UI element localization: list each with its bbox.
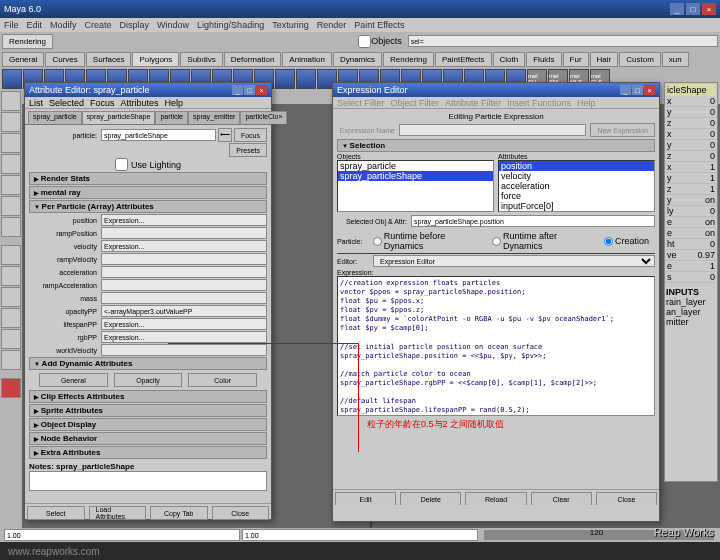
list-item[interactable]: acceleration	[499, 181, 654, 191]
channel-attr[interactable]: z	[667, 118, 672, 128]
tool-lasso[interactable]	[1, 112, 21, 132]
pp-field[interactable]: Expression...	[101, 331, 267, 343]
layout-two-h[interactable]	[1, 287, 21, 307]
tool-select[interactable]	[1, 91, 21, 111]
layout-four[interactable]	[1, 266, 21, 286]
channel-val[interactable]: 1	[710, 162, 715, 172]
channel-attr[interactable]: x	[667, 162, 672, 172]
menu-file[interactable]: File	[4, 20, 19, 30]
list-item[interactable]: velocity	[499, 171, 654, 181]
tool-manip[interactable]	[1, 196, 21, 216]
attr-menu-help[interactable]: Help	[165, 98, 184, 108]
attr-menu-selected[interactable]: Selected	[49, 98, 84, 108]
expr-delete-button[interactable]: Delete	[400, 492, 461, 505]
attr-menu-list[interactable]: List	[29, 98, 43, 108]
expr-close-icon[interactable]: ×	[644, 85, 655, 95]
objects-list[interactable]: spray_particle spray_particleShape	[337, 160, 494, 212]
menu-create[interactable]: Create	[85, 20, 112, 30]
objects-checkbox[interactable]	[358, 35, 371, 48]
expr-edit-button[interactable]: Edit	[335, 492, 396, 505]
shelf-deformation[interactable]: Deformation	[224, 52, 282, 67]
menu-edit[interactable]: Edit	[27, 20, 43, 30]
particle-name-field[interactable]: spray_particleShape	[101, 129, 216, 141]
channel-attr[interactable]: ly	[667, 206, 674, 216]
channel-box[interactable]: icleShape x0y0z0x0y0z0x1y1z1yonly0eoneon…	[664, 82, 718, 482]
expr-menu-insertfn[interactable]: Insert Functions	[507, 98, 571, 108]
shelf-fluids[interactable]: Fluids	[526, 52, 561, 67]
shelf-surfaces[interactable]: Surfaces	[86, 52, 132, 67]
tab-particle[interactable]: particle	[155, 111, 188, 124]
add-general-button[interactable]: General	[39, 373, 108, 387]
pp-field[interactable]	[101, 292, 267, 304]
attr-min-icon[interactable]: _	[232, 85, 243, 95]
list-item[interactable]: force	[499, 191, 654, 201]
channel-attr[interactable]: z	[667, 184, 672, 194]
pp-field[interactable]: <-arrayMapper3.outValuePP	[101, 305, 267, 317]
channel-val[interactable]: on	[705, 228, 715, 238]
shelf-cloth[interactable]: Cloth	[493, 52, 526, 67]
shelf-general[interactable]: General	[2, 52, 44, 67]
radio-runtime-before[interactable]: Runtime before Dynamics	[373, 231, 486, 251]
section-clip-fx[interactable]: Clip Effects Attributes	[29, 390, 267, 403]
channel-val[interactable]: on	[705, 195, 715, 205]
shelf-paintfx[interactable]: PaintEffects	[435, 52, 492, 67]
shelf-dynamics[interactable]: Dynamics	[333, 52, 382, 67]
shelf-rendering[interactable]: Rendering	[383, 52, 434, 67]
channel-attr[interactable]: ht	[667, 239, 675, 249]
expression-textarea[interactable]: //creation expression floats particles v…	[337, 276, 655, 416]
focus-button[interactable]: Focus	[234, 128, 267, 142]
pp-field[interactable]: Expression...	[101, 240, 267, 252]
expr-menu-selfilter[interactable]: Select Filter	[337, 98, 385, 108]
pp-field[interactable]	[101, 279, 267, 291]
add-opacity-button[interactable]: Opacity	[114, 373, 183, 387]
attributes-list[interactable]: position velocity acceleration force inp…	[498, 160, 655, 212]
tool-last[interactable]	[1, 217, 21, 237]
close-icon[interactable]: ×	[702, 3, 716, 15]
notes-field[interactable]	[29, 471, 267, 491]
channel-val[interactable]: 0	[710, 129, 715, 139]
channel-input[interactable]: rain_layer	[666, 297, 716, 307]
layout-single[interactable]	[1, 245, 21, 265]
pp-field[interactable]	[101, 344, 267, 356]
expr-max-icon[interactable]: □	[632, 85, 643, 95]
layout-two-v[interactable]	[1, 308, 21, 328]
channel-val[interactable]: on	[705, 217, 715, 227]
attr-menu-focus[interactable]: Focus	[90, 98, 115, 108]
shelf-hair[interactable]: Hair	[590, 52, 619, 67]
add-color-button[interactable]: Color	[188, 373, 257, 387]
range-end[interactable]: 1.00	[242, 529, 478, 541]
radio-runtime-after[interactable]: Runtime after Dynamics	[492, 231, 598, 251]
tool-rotate[interactable]	[1, 154, 21, 174]
channel-attr[interactable]: y	[667, 173, 672, 183]
shelf-subdivs[interactable]: Subdivs	[180, 52, 222, 67]
channel-attr[interactable]: s	[667, 272, 672, 282]
tool-scale[interactable]	[1, 175, 21, 195]
list-item[interactable]: inputForce[0]	[499, 201, 654, 211]
shelf-icon[interactable]	[2, 69, 22, 89]
minimize-icon[interactable]: _	[670, 3, 684, 15]
expr-clear-button[interactable]: Clear	[531, 492, 592, 505]
channel-attr[interactable]: y	[667, 140, 672, 150]
section-render-stats[interactable]: Render Stats	[29, 172, 267, 185]
pp-field[interactable]: Expression...	[101, 318, 267, 330]
channel-attr[interactable]: y	[667, 195, 672, 205]
radio-creation[interactable]: Creation	[604, 236, 649, 246]
shelf-curves[interactable]: Curves	[45, 52, 84, 67]
shelf-icon[interactable]	[275, 69, 295, 89]
expr-reload-button[interactable]: Reload	[465, 492, 526, 505]
pp-field[interactable]	[101, 266, 267, 278]
go-icon[interactable]: ⟵	[218, 128, 232, 142]
menu-display[interactable]: Display	[120, 20, 150, 30]
channel-val[interactable]: 0	[710, 151, 715, 161]
channel-attr[interactable]: ve	[667, 250, 677, 260]
expr-menu-attrfilter[interactable]: Attribute Filter	[445, 98, 501, 108]
channel-val[interactable]: 0	[710, 107, 715, 117]
section-extra[interactable]: Extra Attributes	[29, 446, 267, 459]
menu-modify[interactable]: Modify	[50, 20, 77, 30]
pp-field[interactable]	[101, 253, 267, 265]
expr-name-field[interactable]	[399, 124, 586, 136]
channel-val[interactable]: 0	[710, 96, 715, 106]
channel-attr[interactable]: e	[667, 261, 672, 271]
shelf-xun[interactable]: xun	[662, 52, 689, 67]
section-node-behav[interactable]: Node Behavior	[29, 432, 267, 445]
